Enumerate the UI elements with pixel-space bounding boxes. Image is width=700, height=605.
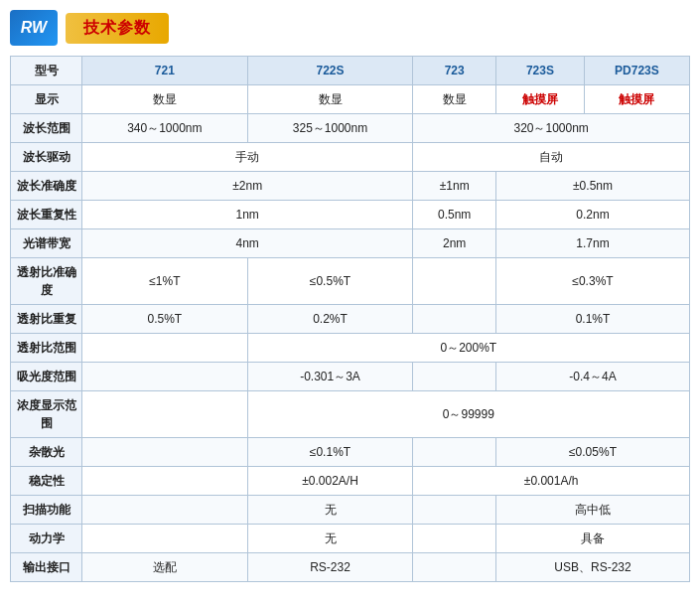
table-row: 透射比准确度≤1%T≤0.5%T≤0.3%T <box>11 258 690 305</box>
row-label: 扫描功能 <box>11 496 82 525</box>
cell: 340～1000nm <box>82 114 248 143</box>
cell: 数显 <box>413 85 496 114</box>
cell: RS-232 <box>247 553 413 582</box>
cell <box>82 391 248 438</box>
cell: -0.301～3A <box>247 363 413 391</box>
cell: 无 <box>247 496 413 525</box>
table-row: 输出接口选配RS-232USB、RS-232 <box>11 553 690 582</box>
table-row: 稳定性±0.002A/H±0.001A/h <box>11 467 690 496</box>
cell: 数显 <box>82 85 248 114</box>
cell <box>413 258 496 305</box>
cell <box>82 334 248 363</box>
cell <box>413 305 496 334</box>
row-label: 波长驱动 <box>11 143 82 172</box>
row-label: 波长准确度 <box>11 172 82 201</box>
cell: 选配 <box>82 553 248 582</box>
cell: ±0.002A/H <box>247 467 413 496</box>
table-row: 杂散光≤0.1%T≤0.05%T <box>11 438 690 467</box>
cell: 触摸屏 <box>496 85 585 114</box>
col-header-pd723s: PD723S <box>584 57 689 85</box>
cell: ±0.001A/h <box>413 467 690 496</box>
row-label: 浓度显示范围 <box>11 391 82 438</box>
table-row: 波长范围340～1000nm325～1000nm320～1000nm <box>11 114 690 143</box>
row-label: 稳定性 <box>11 467 82 496</box>
cell <box>82 363 248 391</box>
cell: 325～1000nm <box>247 114 413 143</box>
cell: ≤0.1%T <box>247 438 413 467</box>
cell: 自动 <box>413 143 690 172</box>
cell: 触摸屏 <box>584 85 689 114</box>
table-row: 波长驱动手动自动 <box>11 143 690 172</box>
cell: 数显 <box>247 85 413 114</box>
col-header-722s: 722S <box>247 57 413 85</box>
title-badge: 技术参数 <box>66 13 169 44</box>
cell: 0～99999 <box>247 391 689 438</box>
logo-box: RW <box>10 10 58 46</box>
cell <box>82 438 248 467</box>
cell: 0～200%T <box>247 334 689 363</box>
cell: 具备 <box>496 525 690 553</box>
spec-table: 型号 721 722S 723 723S PD723S 显示数显数显数显触摸屏触… <box>10 56 690 582</box>
row-label: 输出接口 <box>11 553 82 582</box>
logo-text: RW <box>21 19 47 37</box>
cell: 1nm <box>82 201 413 229</box>
row-label: 光谱带宽 <box>11 229 82 258</box>
col-header-723: 723 <box>413 57 496 85</box>
cell <box>413 438 496 467</box>
cell: ≤1%T <box>82 258 248 305</box>
row-label: 显示 <box>11 85 82 114</box>
cell: 2nm <box>413 229 496 258</box>
cell: -0.4～4A <box>496 363 690 391</box>
cell: 0.5nm <box>413 201 496 229</box>
row-label: 透射比准确度 <box>11 258 82 305</box>
row-label: 波长范围 <box>11 114 82 143</box>
cell: USB、RS-232 <box>496 553 690 582</box>
cell <box>82 525 248 553</box>
header: RW 技术参数 <box>10 10 690 46</box>
cell <box>413 496 496 525</box>
table-row: 吸光度范围-0.301～3A-0.4～4A <box>11 363 690 391</box>
cell: 手动 <box>82 143 413 172</box>
row-label: 透射比范围 <box>11 334 82 363</box>
row-label: 杂散光 <box>11 438 82 467</box>
row-label: 透射比重复 <box>11 305 82 334</box>
cell: 0.1%T <box>496 305 690 334</box>
cell: 320～1000nm <box>413 114 690 143</box>
table-row: 动力学无具备 <box>11 525 690 553</box>
col-header-723s: 723S <box>496 57 585 85</box>
table-row: 浓度显示范围0～99999 <box>11 391 690 438</box>
cell: 0.2%T <box>247 305 413 334</box>
cell <box>82 467 248 496</box>
cell: 0.2nm <box>496 201 690 229</box>
cell <box>82 496 248 525</box>
cell: ±1nm <box>413 172 496 201</box>
col-header-721: 721 <box>82 57 248 85</box>
cell <box>413 363 496 391</box>
table-row: 透射比重复0.5%T0.2%T0.1%T <box>11 305 690 334</box>
table-row: 扫描功能无高中低 <box>11 496 690 525</box>
table-row: 波长重复性1nm0.5nm0.2nm <box>11 201 690 229</box>
row-label: 吸光度范围 <box>11 363 82 391</box>
cell: ≤0.5%T <box>247 258 413 305</box>
cell: 高中低 <box>496 496 690 525</box>
table-row: 波长准确度±2nm±1nm±0.5nm <box>11 172 690 201</box>
cell: ≤0.05%T <box>496 438 690 467</box>
cell <box>413 553 496 582</box>
page-wrapper: RW 技术参数 型号 721 722S 723 723S PD723S 显示数显… <box>0 0 700 592</box>
table-row: 光谱带宽4nm2nm1.7nm <box>11 229 690 258</box>
row-label: 波长重复性 <box>11 201 82 229</box>
cell <box>413 525 496 553</box>
table-row: 透射比范围0～200%T <box>11 334 690 363</box>
col-header-model: 型号 <box>11 57 82 85</box>
cell: 4nm <box>82 229 413 258</box>
cell: ±2nm <box>82 172 413 201</box>
cell: 无 <box>247 525 413 553</box>
cell: 0.5%T <box>82 305 248 334</box>
row-label: 动力学 <box>11 525 82 553</box>
table-row: 显示数显数显数显触摸屏触摸屏 <box>11 85 690 114</box>
cell: ≤0.3%T <box>496 258 690 305</box>
cell: 1.7nm <box>496 229 690 258</box>
cell: ±0.5nm <box>496 172 690 201</box>
